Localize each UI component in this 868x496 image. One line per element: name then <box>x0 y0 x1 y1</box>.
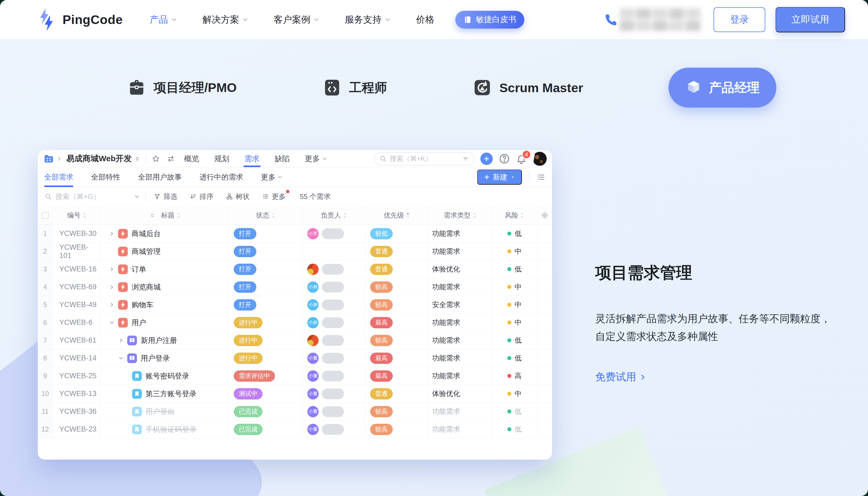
view-tab-3[interactable]: 全部用户故事 <box>138 167 182 187</box>
priority-badge[interactable]: 最高 <box>370 370 393 382</box>
priority-badge[interactable]: 较高 <box>370 335 393 346</box>
status-badge[interactable]: 打开 <box>234 228 257 239</box>
new-item-button[interactable]: 新建 <box>477 170 522 185</box>
column-header-1[interactable]: 编号 <box>53 206 101 225</box>
pingcode-logo[interactable]: PingCode <box>38 8 123 32</box>
table-row[interactable]: 12YCWEB-23手机验证码登录已完成小董较高功能需求低 <box>38 420 552 438</box>
nav-link-4[interactable]: 服务支持 <box>345 14 391 26</box>
app-tab-3[interactable]: 需求 <box>245 150 260 167</box>
try-now-button[interactable]: 立即试用 <box>776 7 845 32</box>
collapse-arrow[interactable] <box>107 318 117 327</box>
user-avatar[interactable] <box>533 152 547 166</box>
sort-button[interactable]: 排序 <box>190 192 214 201</box>
role-tab-4[interactable]: 产品经理 <box>668 68 776 108</box>
priority-badge[interactable]: 较高 <box>370 281 393 293</box>
column-header-2[interactable]: 标题 <box>101 206 229 225</box>
table-row[interactable]: 4YCWEB-69浏览商城打开小帅较高功能需求中 <box>38 278 552 296</box>
priority-badge[interactable]: 普通 <box>370 246 393 257</box>
priority-badge[interactable]: 最高 <box>370 317 393 328</box>
view-tab-5[interactable]: 更多 <box>261 167 283 187</box>
priority-badge[interactable]: 最高 <box>370 353 393 364</box>
header-settings-cell[interactable] <box>537 206 552 225</box>
status-badge[interactable]: 打开 <box>234 281 257 293</box>
expand-arrow[interactable] <box>117 336 126 345</box>
login-button[interactable]: 登录 <box>714 7 765 32</box>
table-row[interactable]: 3YCWEB-16订单打开普通体验优化低 <box>38 260 552 278</box>
assignee-avatar[interactable]: 小董 <box>307 406 319 417</box>
expand-arrow[interactable] <box>107 229 117 238</box>
view-tab-2[interactable]: 全部特性 <box>91 167 120 187</box>
more-options-button[interactable]: 更多 <box>262 192 286 201</box>
assignee-avatar[interactable]: 小李 <box>307 228 319 239</box>
app-tab-1[interactable]: 概览 <box>184 150 199 167</box>
whitepaper-badge[interactable]: 敏捷白皮书 <box>455 11 524 29</box>
assignee-avatar[interactable]: 小帅 <box>307 281 319 293</box>
column-header-4[interactable]: 负责人 <box>303 206 365 225</box>
swap-icon[interactable] <box>167 155 175 163</box>
role-tab-2[interactable]: 工程师 <box>322 78 387 97</box>
assignee-avatar[interactable]: 小董 <box>307 353 319 364</box>
assignee-avatar[interactable]: 小董 <box>307 388 319 400</box>
help-icon[interactable] <box>499 153 510 165</box>
table-row[interactable]: 5YCWEB-49购物车打开小帅较高安全需求中 <box>38 296 552 314</box>
status-badge[interactable]: 进行中 <box>234 317 263 328</box>
table-row[interactable]: 6YCWEB-6用户进行中小帅最高功能需求中 <box>38 314 552 331</box>
status-badge[interactable]: 进行中 <box>234 353 263 364</box>
app-tab-4[interactable]: 缺陷 <box>275 150 290 167</box>
priority-badge[interactable]: 较低 <box>370 228 393 239</box>
project-folder-icon[interactable] <box>43 153 55 165</box>
status-badge[interactable]: 打开 <box>234 246 257 257</box>
priority-badge[interactable]: 普通 <box>370 264 393 275</box>
status-badge[interactable]: 测试中 <box>234 388 263 400</box>
collapse-arrow[interactable] <box>117 354 126 363</box>
assignee-avatar[interactable] <box>307 264 319 275</box>
role-tab-1[interactable]: 项目经理/PMO <box>127 78 237 97</box>
table-row[interactable]: 1YCWEB-30商城后台打开小李较低功能需求低 <box>38 225 552 243</box>
view-tab-4[interactable]: 进行中的需求 <box>200 167 243 187</box>
nav-link-1[interactable]: 产品 <box>150 14 177 26</box>
status-badge[interactable]: 已完成 <box>234 406 263 417</box>
expand-arrow[interactable] <box>107 265 117 274</box>
view-tab-1[interactable]: 全部需求 <box>44 167 73 187</box>
table-row[interactable]: 8YCWEB-14用户登录进行中小董最高功能需求低 <box>38 350 552 367</box>
tree-view-button[interactable]: 树状 <box>226 192 250 201</box>
project-name[interactable]: 易成商城Web开发 <box>66 153 132 164</box>
expand-arrow[interactable] <box>107 300 117 309</box>
assignee-avatar[interactable]: 小董 <box>307 424 319 435</box>
nav-link-3[interactable]: 客户案例 <box>274 14 320 26</box>
assignee-avatar[interactable]: 小董 <box>307 370 319 382</box>
nav-link-2[interactable]: 解决方案 <box>202 14 249 26</box>
table-row[interactable]: 11YCWEB-36用户登出已完成小董较高功能需求低 <box>38 403 552 420</box>
project-switcher-icon[interactable] <box>134 156 140 162</box>
table-row[interactable]: 7YCWEB-61新用户注册进行中较高功能需求低 <box>38 331 552 350</box>
table-row[interactable]: 9YCWEB-25账号密码登录需求评估中小董最高功能需求高 <box>38 367 552 385</box>
status-badge[interactable]: 已完成 <box>234 424 263 435</box>
column-header-7[interactable]: 风险 <box>492 206 537 225</box>
assignee-avatar[interactable]: 小帅 <box>307 317 319 328</box>
filter-button[interactable]: 筛选 <box>154 192 177 201</box>
role-tab-3[interactable]: Scrum Master <box>472 78 583 97</box>
search-scope-chevron-icon[interactable] <box>134 193 140 200</box>
column-header-3[interactable]: 状态 <box>229 206 303 225</box>
status-badge[interactable]: 打开 <box>234 264 257 275</box>
expand-arrow[interactable] <box>107 282 117 292</box>
table-row[interactable]: 2YCWEB-101商城管理打开普通功能需求中 <box>38 243 552 260</box>
free-trial-link[interactable]: 免费试用 <box>595 370 859 384</box>
status-badge[interactable]: 打开 <box>234 299 257 311</box>
priority-badge[interactable]: 普通 <box>370 388 393 400</box>
global-search-input[interactable]: 搜索（⌘+K） <box>374 152 475 166</box>
priority-badge[interactable]: 较高 <box>370 424 393 435</box>
list-view-icon[interactable] <box>537 172 546 182</box>
assignee-avatar[interactable] <box>307 335 319 346</box>
nav-link-5[interactable]: 价格 <box>416 14 434 26</box>
table-search-input[interactable]: 搜索（⌘+G） <box>45 192 134 201</box>
table-row[interactable]: 10YCWEB-13第三方账号登录测试中小董普通体验优化中 <box>38 385 552 403</box>
assignee-avatar[interactable]: 小帅 <box>307 299 319 311</box>
notifications-button[interactable]: 4 <box>516 153 527 165</box>
priority-badge[interactable]: 较高 <box>370 299 393 311</box>
column-header-5[interactable]: 优先级 <box>365 206 428 225</box>
app-tab-5[interactable]: 更多 <box>305 150 327 167</box>
priority-badge[interactable]: 较高 <box>370 406 393 417</box>
star-icon[interactable] <box>152 155 160 163</box>
column-header-6[interactable]: 需求类型 <box>428 206 492 225</box>
